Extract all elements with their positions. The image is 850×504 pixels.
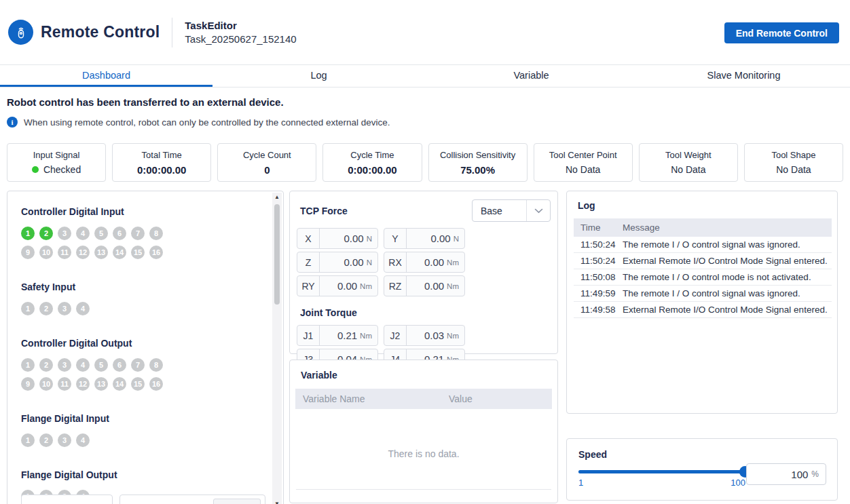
remote-control-logo-icon (8, 20, 33, 45)
io-indicator-3: 3 (58, 433, 71, 447)
io-indicator-9: 9 (21, 246, 35, 259)
scroll-up-icon[interactable]: ▲ (274, 193, 280, 202)
tab-item[interactable]: Slave Monitoring (638, 66, 850, 87)
task-editor-label: TaskEditor (185, 20, 296, 31)
io-indicator-9: 9 (21, 377, 35, 391)
force-value-box: RX 0.00Nm (384, 252, 465, 273)
io-indicator-3: 3 (58, 358, 71, 372)
chevron-down-icon (527, 208, 550, 214)
log-table-row: 11:49:59 The remote I / O control signal… (574, 286, 832, 302)
io-indicator-6: 6 (113, 358, 126, 372)
force-unit: N (367, 258, 372, 267)
io-section-title: Flange Digital Input (21, 413, 259, 424)
message-column-header: Message (623, 222, 832, 233)
io-indicator-4: 4 (76, 302, 90, 315)
value-column-header: Value (449, 393, 473, 404)
tab-item[interactable]: Dashboard (0, 66, 212, 87)
io-section-title: Safety Input (21, 282, 259, 292)
io-indicator-1: 1 (21, 358, 35, 372)
io-indicator-14: 14 (113, 246, 126, 259)
force-unit: Nm (447, 258, 459, 267)
app-header: Remote Control TaskEditor Task_20250627_… (0, 0, 850, 65)
stat-card-value: No Data (566, 164, 600, 175)
speed-slider-track[interactable] (578, 470, 745, 473)
log-message: External Remote I/O Control Mode Signal … (623, 305, 832, 315)
io-footer-button[interactable] (213, 499, 261, 504)
task-info: TaskEditor Task_20250627_152140 (185, 20, 296, 45)
scrollbar-thumb[interactable] (274, 204, 280, 305)
variable-panel-title: Variable (301, 370, 552, 381)
stat-card-value: Checked (32, 164, 81, 175)
io-indicator-4: 4 (76, 358, 90, 372)
io-indicator-7: 7 (131, 358, 145, 372)
io-indicator-2: 2 (39, 358, 53, 372)
io-indicator-2: 2 (39, 302, 53, 315)
force-axis-label: RY (297, 276, 320, 296)
speed-value-field[interactable]: 100 % (746, 463, 826, 485)
io-indicator-3: 3 (58, 227, 71, 240)
force-value-box: Y 0.00N (384, 228, 465, 249)
io-indicator-grid: 1234 (21, 302, 165, 315)
torque-unit: Nm (360, 332, 372, 340)
io-panel-scrollbar[interactable]: ▲ ▼ (272, 193, 282, 504)
tab-item[interactable]: Variable (425, 66, 638, 87)
io-footer-field[interactable] (21, 495, 113, 504)
notice-title: Robot control has been transferred to an… (7, 96, 390, 108)
joint-torque-title: Joint Torque (300, 307, 551, 318)
force-value: 0.00Nm (320, 276, 377, 296)
force-value-box: RZ 0.00Nm (384, 275, 465, 296)
joint-label: J1 (297, 326, 320, 345)
io-indicator-4: 4 (76, 227, 90, 240)
io-indicator-13: 13 (94, 377, 108, 391)
stat-card-value: 75.00% (460, 164, 495, 176)
io-footer-field[interactable] (119, 495, 265, 504)
force-axis-label: Y (384, 229, 407, 248)
io-section: Controller Digital Output 12345678910111… (21, 338, 259, 391)
force-axis-label: X (297, 229, 320, 248)
torque-unit: Nm (447, 332, 459, 340)
io-indicator-6: 6 (113, 227, 126, 240)
io-indicator-3: 3 (58, 302, 71, 315)
stat-card: Collision Sensitivity 75.00% (428, 143, 528, 182)
notice-info-text: When using remote control, robot can onl… (24, 117, 390, 128)
end-remote-control-button[interactable]: End Remote Control (724, 22, 839, 43)
stat-card-value: No Data (671, 164, 705, 175)
force-value-box: Z 0.00N (297, 252, 378, 273)
io-indicator-13: 13 (94, 246, 108, 259)
log-message: The remote I / O control signal was igno… (623, 239, 832, 250)
log-table-body: 11:50:24 The remote I / O control signal… (574, 237, 832, 318)
speed-slider-fill (578, 470, 745, 473)
stat-card-label: Input Signal (33, 150, 80, 160)
log-panel-title: Log (578, 200, 832, 211)
tab-item[interactable]: Log (212, 66, 425, 87)
force-value-box: RY 0.00Nm (297, 275, 378, 296)
torque-value-box: J2 0.03Nm (384, 325, 465, 346)
coordinate-frame-value: Base (473, 206, 526, 216)
io-indicator-11: 11 (58, 377, 71, 391)
io-indicator-10: 10 (39, 377, 53, 391)
speed-max-label: 100 (731, 478, 745, 488)
stat-cards-row: Input Signal Checked Total Time 0:00:00.… (7, 143, 843, 182)
force-axis-label: RX (384, 252, 407, 272)
scroll-down-icon[interactable]: ▼ (274, 499, 280, 504)
force-value: 0.00Nm (407, 276, 464, 296)
variable-panel-footer-divider (296, 489, 551, 490)
speed-panel: Speed 1 100 100 % (566, 438, 838, 501)
log-table-row: 11:50:24 External Remote I/O Control Mod… (574, 253, 832, 269)
log-table-row: 11:49:58 External Remote I/O Control Mod… (574, 302, 832, 318)
io-indicator-8: 8 (149, 227, 163, 240)
coordinate-frame-dropdown[interactable]: Base (472, 199, 551, 222)
io-indicator-grid: 12345678910111213141516 (21, 227, 165, 259)
force-value-box: X 0.00N (297, 228, 378, 249)
torque-value-box: J1 0.21Nm (297, 325, 378, 346)
io-indicator-16: 16 (149, 246, 163, 259)
stat-card-value: No Data (776, 164, 811, 175)
log-message: The remote I / O control signal was igno… (623, 288, 832, 298)
stat-card: Tool Center Point No Data (534, 143, 633, 182)
tab-bar: Dashboard Log Variable Slave Monitoring (0, 66, 850, 88)
stat-card: Cycle Time 0:00:00.00 (322, 143, 422, 182)
force-unit: N (367, 235, 372, 243)
speed-slider[interactable] (578, 470, 745, 473)
speed-unit: % (811, 469, 819, 479)
force-unit: Nm (360, 282, 372, 290)
